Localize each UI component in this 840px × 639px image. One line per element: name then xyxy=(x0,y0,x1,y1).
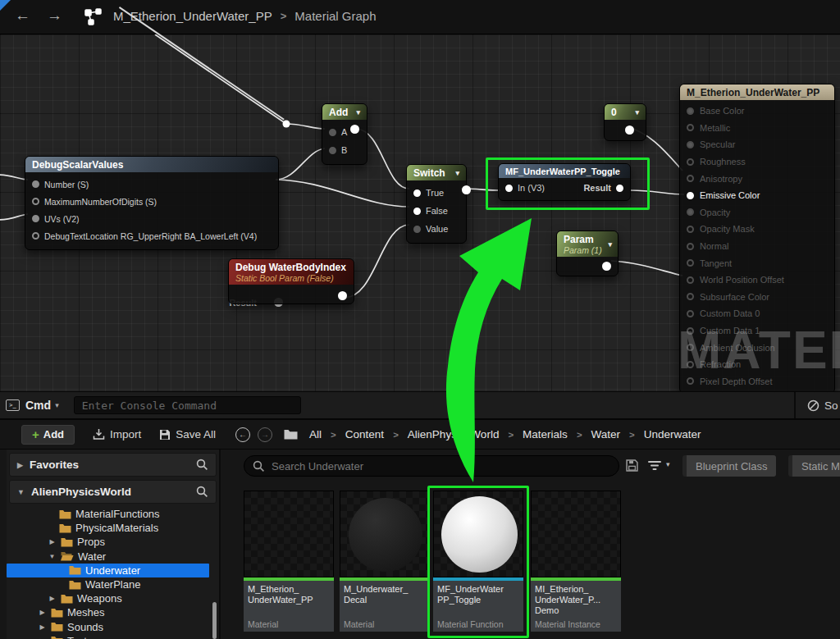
material-graph-canvas[interactable]: DebugScalarValues Number (S) MaximumNumb… xyxy=(0,34,840,391)
crumb-underwater[interactable]: Underwater xyxy=(644,428,701,440)
search-icon[interactable] xyxy=(196,486,208,498)
asset-tile-mi-etherion-underwater-demo[interactable]: MI_Etherion_ UnderWater_P... Demo Materi… xyxy=(531,491,621,632)
material-pin-row[interactable]: Pixel Depth Offset xyxy=(680,373,834,390)
material-pin-row[interactable]: Metallic xyxy=(680,120,834,137)
pin-row[interactable]: False xyxy=(407,202,466,220)
favorites-header[interactable]: ▶ Favorites xyxy=(9,453,217,477)
output-pin-icon[interactable] xyxy=(616,185,623,192)
material-pin-row[interactable]: Refraction xyxy=(680,356,834,373)
material-pin-row[interactable]: Roughness xyxy=(680,153,834,171)
output-pin-icon[interactable] xyxy=(602,262,611,271)
crumb-all[interactable]: All xyxy=(309,428,322,440)
pin-row[interactable]: A xyxy=(322,123,367,141)
material-pin-row[interactable]: Custom Data 0 xyxy=(680,305,834,322)
tree-item-sounds[interactable]: ▶ Sounds xyxy=(7,620,221,634)
crumb-water[interactable]: Water xyxy=(591,428,621,440)
material-pin-row[interactable]: Normal xyxy=(680,238,834,255)
pin-icon[interactable] xyxy=(329,129,336,136)
material-pin-row[interactable]: Base Color xyxy=(680,103,834,120)
pin-row[interactable]: B xyxy=(322,141,367,159)
node-header[interactable]: Switch▾ xyxy=(407,165,466,180)
chevron-down-icon[interactable]: ▾ xyxy=(635,108,639,116)
collapsed-arrow-icon[interactable]: ▶ xyxy=(38,609,47,616)
tree-item-waterplane[interactable]: WaterPlane xyxy=(7,577,221,591)
filter-blueprint-class[interactable]: Blueprint Class xyxy=(682,455,776,477)
chevron-down-icon[interactable]: ▾ xyxy=(455,169,459,177)
pin-row[interactable]: MaximumNumberOfDigits (S) xyxy=(25,193,278,210)
collapsed-arrow-icon[interactable]: ▶ xyxy=(38,623,47,631)
chevron-down-icon[interactable]: ▾ xyxy=(356,108,360,116)
pin-row[interactable]: Number (S) xyxy=(25,176,278,193)
expanded-arrow-icon[interactable]: ▼ xyxy=(48,553,57,560)
node-header[interactable]: DebugScalarValues xyxy=(25,157,278,172)
tree-item-weapons[interactable]: ▶ Weapons xyxy=(7,591,221,605)
tree-item-materialfunctions[interactable]: MaterialFunctions xyxy=(7,507,221,521)
console-command-input[interactable] xyxy=(74,396,301,414)
tree-item-meshes[interactable]: ▶ Meshes xyxy=(7,605,221,619)
pin-icon[interactable] xyxy=(329,147,336,154)
material-pin-row[interactable]: Subsurface Color xyxy=(680,289,834,306)
back-button[interactable]: ← xyxy=(15,7,30,25)
pin-row[interactable]: Value xyxy=(407,220,466,238)
forward-button[interactable]: → xyxy=(47,7,62,25)
pin-icon[interactable] xyxy=(32,180,39,188)
search-input[interactable] xyxy=(272,460,583,472)
collapsed-arrow-icon[interactable]: ▶ xyxy=(48,595,57,602)
forward-history-button[interactable]: → xyxy=(258,427,272,442)
tree-item-physicalmaterials[interactable]: PhysicalMaterials xyxy=(7,521,221,535)
material-pin-row[interactable]: World Position Offset xyxy=(680,272,834,289)
node-material-result[interactable]: M_Etherion_UnderWater_PP Base Color Meta… xyxy=(679,84,835,391)
crumb-alienphysicsworld[interactable]: AlienPhysicsWorld xyxy=(408,428,500,440)
asset-tile-m-etherion-underwater-pp[interactable]: M_Etherion_ UnderWater_PP Material xyxy=(244,491,334,632)
tree-scrollbar[interactable] xyxy=(212,602,217,639)
back-history-button[interactable]: ← xyxy=(235,427,250,442)
chevron-down-icon[interactable]: ▾ xyxy=(608,240,612,249)
node-switch[interactable]: Switch▾ True False Value xyxy=(406,164,467,244)
pin-icon[interactable] xyxy=(413,189,421,197)
tree-item-underwater[interactable]: Underwater xyxy=(7,564,209,577)
pin-icon[interactable] xyxy=(32,198,39,205)
material-pin-row[interactable]: Ambient Occlusion xyxy=(680,339,834,356)
pin-row[interactable]: True xyxy=(407,184,466,202)
import-button[interactable]: Import xyxy=(93,428,141,440)
crumb-materials[interactable]: Materials xyxy=(523,428,568,440)
output-pin-icon[interactable] xyxy=(462,185,471,194)
tree-item-props[interactable]: ▶ Props xyxy=(7,535,221,549)
material-pin-row[interactable]: Anisotropy xyxy=(680,170,834,187)
pin-row[interactable]: UVs (V2) xyxy=(25,210,278,227)
node-debug-scalar-values[interactable]: DebugScalarValues Number (S) MaximumNumb… xyxy=(25,156,279,250)
save-search-icon[interactable] xyxy=(626,459,638,472)
pin-icon[interactable] xyxy=(32,215,39,222)
collapsed-arrow-icon[interactable]: ▶ xyxy=(17,461,23,469)
chevron-down-icon[interactable]: ▾ xyxy=(55,401,59,409)
input-pin-icon[interactable] xyxy=(505,185,513,192)
crumb-content[interactable]: Content xyxy=(345,428,384,440)
pin-icon[interactable] xyxy=(413,226,421,233)
collapsed-arrow-icon[interactable]: ▶ xyxy=(48,538,57,545)
material-pin-row[interactable]: Opacity Mask xyxy=(680,221,834,238)
expanded-arrow-icon[interactable]: ▼ xyxy=(17,488,25,496)
node-debug-waterbodyindex[interactable]: Debug WaterBodyIndex Static Bool Param (… xyxy=(228,258,354,304)
node-header[interactable]: Debug WaterBodyIndex Static Bool Param (… xyxy=(229,259,354,285)
chevron-down-icon[interactable]: ▾ xyxy=(666,460,670,468)
material-pin-row[interactable]: Custom Data 1 xyxy=(680,322,834,340)
tree-item-water[interactable]: ▼ Water xyxy=(7,550,221,564)
add-button[interactable]: + Add xyxy=(21,425,75,445)
material-pin-row[interactable]: Tangent xyxy=(680,254,834,272)
node-header[interactable]: Add▾ xyxy=(322,104,367,120)
filter-icon[interactable] xyxy=(648,460,661,471)
search-icon[interactable] xyxy=(196,459,208,471)
output-pin-icon[interactable] xyxy=(350,125,359,134)
node-header[interactable]: Param Param (1) ▾ xyxy=(557,231,618,257)
pin-row[interactable]: In (V3) Result xyxy=(499,178,630,198)
asset-tile-m-underwater-decal[interactable]: M_Underwater_ Decal Material xyxy=(340,491,430,632)
output-pin-icon[interactable] xyxy=(338,291,347,300)
node-param[interactable]: Param Param (1) ▾ xyxy=(556,230,619,276)
material-pin-row[interactable]: Specular xyxy=(680,136,834,153)
node-header[interactable]: MF_UnderWaterPP_Toggle xyxy=(499,164,630,178)
root-folder-header[interactable]: ▼ AlienPhysicsWorld xyxy=(9,480,217,504)
save-all-button[interactable]: Save All xyxy=(159,428,216,440)
output-pin-icon[interactable] xyxy=(625,126,634,135)
node-header[interactable]: M_Etherion_UnderWater_PP xyxy=(680,84,834,100)
node-header[interactable]: 0▾ xyxy=(605,104,646,120)
